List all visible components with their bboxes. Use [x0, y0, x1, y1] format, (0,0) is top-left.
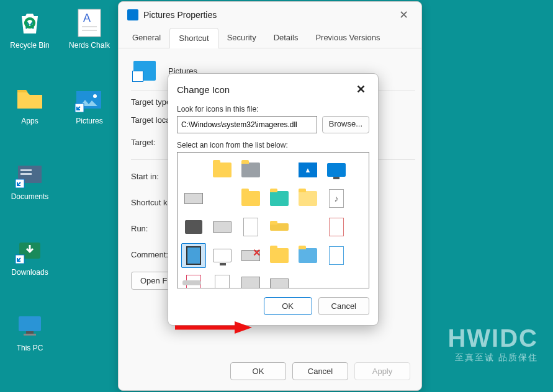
browse-button[interactable]: Browse...: [322, 116, 369, 133]
icon-tile[interactable]: ✕: [238, 243, 263, 268]
icon-list[interactable]: ▲ ♪ ✕ ●: [177, 152, 369, 288]
tab-row: General Shortcut Security Details Previo…: [119, 28, 421, 48]
this-pc-icon: [14, 310, 45, 341]
svg-rect-14: [24, 334, 36, 336]
icon-tile-selected[interactable]: [181, 243, 206, 268]
tab-security[interactable]: Security: [218, 28, 265, 48]
text-doc-icon: A: [74, 7, 105, 38]
icon-tile[interactable]: [324, 243, 349, 268]
icon-tile[interactable]: [238, 158, 263, 182]
dialog-title: Change Icon: [177, 84, 230, 95]
downloads-shortcut-icon: [14, 234, 45, 265]
icon-tile[interactable]: [238, 272, 263, 288]
svg-rect-12: [19, 316, 41, 331]
icon-tile[interactable]: [181, 186, 206, 211]
desktop-icon-recycle-bin[interactable]: Recycle Bin: [5, 7, 55, 50]
tab-previous-versions[interactable]: Previous Versions: [307, 28, 389, 48]
folder-icon: [14, 83, 45, 114]
icon-tile[interactable]: ♪: [324, 186, 349, 211]
icon-tile[interactable]: [210, 215, 235, 239]
select-icon-label: Select an icon from the list below:: [177, 141, 369, 149]
tab-shortcut[interactable]: Shortcut: [169, 28, 218, 48]
icon-tile[interactable]: [238, 186, 263, 211]
desktop-icon-apps[interactable]: Apps: [5, 83, 55, 125]
properties-cancel-button[interactable]: Cancel: [292, 362, 348, 380]
icon-tile[interactable]: [324, 158, 349, 182]
documents-shortcut-icon: [14, 159, 45, 190]
desktop-icon-documents[interactable]: Documents: [5, 159, 55, 201]
desktop-icon-nerds-chalk[interactable]: A Nerds Chalk: [65, 7, 114, 50]
icon-tile[interactable]: [181, 215, 206, 239]
icon-tile[interactable]: [324, 215, 349, 239]
pictures-shortcut-icon: [74, 83, 105, 114]
icon-tile[interactable]: [295, 243, 320, 268]
icon-tile[interactable]: [210, 158, 235, 182]
icon-path-input[interactable]: [177, 116, 317, 133]
icon-list-scrollbar[interactable]: [182, 280, 201, 285]
window-titlebar: Pictures Properties ✕: [119, 2, 421, 28]
svg-point-4: [93, 94, 97, 98]
icon-tile[interactable]: [267, 186, 292, 211]
icon-tile[interactable]: ▲: [295, 158, 320, 182]
desktop-icon-downloads[interactable]: Downloads: [5, 234, 55, 277]
icon-tile[interactable]: [267, 272, 292, 288]
tab-general[interactable]: General: [124, 28, 169, 48]
properties-apply-button: Apply: [354, 362, 410, 380]
icon-tile[interactable]: [267, 215, 292, 239]
change-icon-dialog: Change Icon ✕ Look for icons in this fil…: [168, 73, 379, 326]
svg-rect-7: [20, 169, 32, 171]
desktop-icon-pictures[interactable]: Pictures: [65, 83, 114, 125]
desktop-icon-this-pc[interactable]: This PC: [5, 310, 55, 352]
icon-tile[interactable]: [295, 186, 320, 211]
look-for-label: Look for icons in this file:: [177, 105, 369, 114]
close-icon[interactable]: ✕: [394, 8, 413, 22]
icon-tile[interactable]: [210, 243, 235, 268]
window-icon: [127, 9, 138, 20]
icon-tile[interactable]: [238, 215, 263, 239]
properties-ok-button[interactable]: OK: [230, 362, 286, 380]
svg-rect-8: [20, 173, 32, 175]
svg-text:A: A: [83, 12, 91, 24]
recycle-bin-icon: [14, 7, 45, 38]
dialog-close-icon[interactable]: ✕: [353, 82, 369, 96]
shortcut-large-icon: [133, 61, 156, 81]
tab-details[interactable]: Details: [265, 28, 307, 48]
svg-rect-13: [26, 331, 34, 334]
icon-tile[interactable]: ●: [210, 272, 235, 288]
window-title: Pictures Properties: [143, 10, 217, 20]
change-icon-cancel-button[interactable]: Cancel: [318, 297, 369, 315]
icon-tile[interactable]: [267, 243, 292, 268]
change-icon-ok-button[interactable]: OK: [264, 297, 312, 315]
